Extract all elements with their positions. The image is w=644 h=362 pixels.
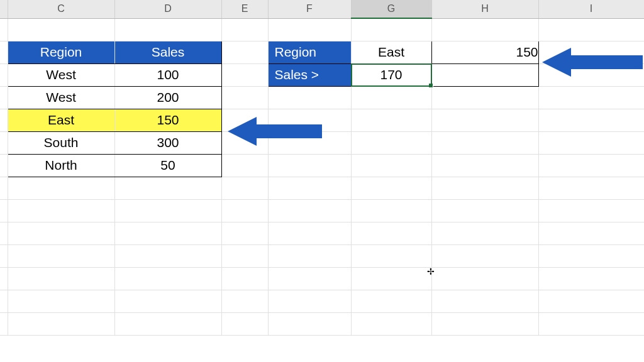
cell[interactable] (8, 267, 114, 290)
cell[interactable] (538, 199, 644, 222)
table-row-sales[interactable]: 50 (114, 154, 221, 177)
left-table-header-sales[interactable]: Sales (114, 41, 221, 63)
cell[interactable] (114, 312, 221, 335)
result-cell[interactable]: 150 (431, 41, 538, 63)
cell[interactable] (538, 86, 644, 109)
cell[interactable] (114, 244, 221, 267)
cell[interactable] (538, 109, 644, 131)
cell[interactable] (431, 109, 538, 131)
cell[interactable] (538, 177, 644, 199)
cell[interactable] (351, 244, 431, 267)
col-header-i[interactable]: I (538, 0, 644, 18)
cell[interactable] (351, 131, 431, 154)
cell[interactable] (221, 290, 268, 312)
cell[interactable] (221, 63, 268, 86)
cell[interactable] (268, 177, 351, 199)
cell[interactable] (351, 222, 431, 244)
cell[interactable] (114, 222, 221, 244)
cell[interactable] (114, 290, 221, 312)
cell[interactable] (221, 312, 268, 335)
cell[interactable] (431, 154, 538, 177)
cell[interactable] (8, 244, 114, 267)
cell[interactable] (221, 41, 268, 63)
table-row-region[interactable]: West (8, 63, 114, 86)
col-header-d[interactable]: D (114, 0, 221, 18)
criteria-value-sales[interactable]: 170 (351, 63, 431, 86)
cell[interactable] (221, 199, 268, 222)
cell[interactable] (351, 199, 431, 222)
cell[interactable] (351, 290, 431, 312)
cell[interactable] (538, 312, 644, 335)
cell[interactable] (268, 199, 351, 222)
cell[interactable] (268, 86, 351, 109)
cell[interactable] (114, 199, 221, 222)
cell[interactable] (431, 290, 538, 312)
cell[interactable] (431, 267, 538, 290)
table-row-region[interactable]: East (8, 109, 114, 131)
cell[interactable] (538, 131, 644, 154)
cell[interactable] (431, 18, 538, 41)
cell[interactable] (538, 63, 644, 86)
col-header-h[interactable]: H (431, 0, 538, 18)
col-header-g[interactable]: G (351, 0, 431, 18)
col-header-c[interactable]: C (8, 0, 114, 18)
cell[interactable] (268, 109, 351, 131)
cell[interactable] (538, 267, 644, 290)
cell[interactable] (8, 312, 114, 335)
cell[interactable] (431, 131, 538, 154)
cell[interactable] (8, 18, 114, 41)
cell[interactable] (538, 222, 644, 244)
cell[interactable] (221, 86, 268, 109)
cell[interactable] (431, 86, 538, 109)
cell[interactable] (351, 177, 431, 199)
table-row-sales[interactable]: 150 (114, 109, 221, 131)
cell[interactable] (114, 177, 221, 199)
cell[interactable] (268, 18, 351, 41)
cell[interactable] (351, 86, 431, 109)
cell[interactable] (221, 154, 268, 177)
cell[interactable] (8, 199, 114, 222)
table-row-region[interactable]: North (8, 154, 114, 177)
cell[interactable] (431, 222, 538, 244)
table-row-sales[interactable]: 100 (114, 63, 221, 86)
cell[interactable] (351, 18, 431, 41)
cell[interactable] (8, 177, 114, 199)
cell[interactable] (221, 244, 268, 267)
cell[interactable] (431, 199, 538, 222)
cell[interactable] (351, 109, 431, 131)
cell[interactable] (431, 63, 538, 86)
cell[interactable] (268, 222, 351, 244)
left-table-header-region[interactable]: Region (8, 41, 114, 63)
cell[interactable] (538, 41, 644, 63)
cell[interactable] (221, 222, 268, 244)
cell[interactable] (221, 267, 268, 290)
table-row-region[interactable]: West (8, 86, 114, 109)
table-row-sales[interactable]: 300 (114, 131, 221, 154)
cell[interactable] (268, 244, 351, 267)
cell[interactable] (538, 244, 644, 267)
cell[interactable] (431, 177, 538, 199)
cell[interactable] (8, 222, 114, 244)
col-header-e[interactable]: E (221, 0, 268, 18)
cell[interactable] (351, 267, 431, 290)
cell[interactable] (538, 290, 644, 312)
cell[interactable] (8, 290, 114, 312)
criteria-value-region[interactable]: East (351, 41, 431, 63)
cell[interactable] (221, 109, 268, 131)
cell[interactable] (268, 290, 351, 312)
cell[interactable] (538, 154, 644, 177)
cell[interactable] (538, 18, 644, 41)
criteria-label-region[interactable]: Region (268, 41, 351, 63)
table-row-sales[interactable]: 200 (114, 86, 221, 109)
cell[interactable] (221, 177, 268, 199)
cell[interactable] (351, 312, 431, 335)
cell[interactable] (268, 154, 351, 177)
cell[interactable] (431, 244, 538, 267)
cell[interactable] (431, 312, 538, 335)
cell[interactable] (268, 312, 351, 335)
cell[interactable] (114, 267, 221, 290)
cell[interactable] (268, 267, 351, 290)
cell[interactable] (221, 18, 268, 41)
col-header-f[interactable]: F (268, 0, 351, 18)
cell[interactable] (268, 131, 351, 154)
